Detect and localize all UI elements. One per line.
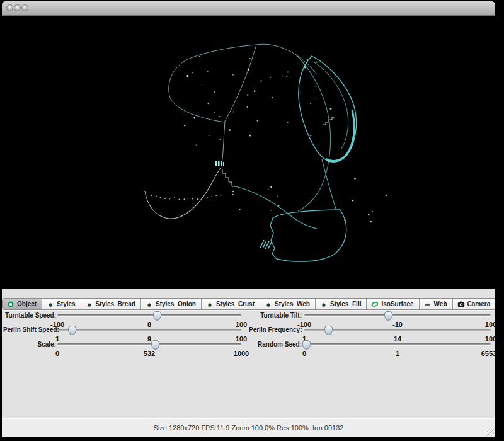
moth-icon: [424, 301, 432, 308]
tab-label: Web: [434, 301, 447, 307]
tab-label: Styles_Web: [275, 301, 310, 307]
tab-web[interactable]: Web: [420, 299, 453, 309]
random-seed-slider[interactable]: [304, 343, 491, 345]
tab-label: Styles_Bread: [96, 301, 135, 307]
current-value: 1: [396, 350, 399, 357]
camera-icon: [457, 301, 465, 308]
tab-label: Styles_Fill: [330, 301, 361, 307]
tab-camera[interactable]: Camera: [453, 299, 495, 309]
spade-icon: ♠: [265, 301, 272, 308]
max-value: 1000: [234, 350, 249, 357]
viewport[interactable]: [2, 16, 495, 289]
perlin-frequency-slider[interactable]: [304, 329, 491, 331]
app-window: Object ♠ Styles ♠ Styles_Bread ♠ Styles_…: [2, 1, 495, 437]
title-bar[interactable]: [2, 1, 495, 16]
slider-label: Perlin Frequency:: [249, 326, 302, 333]
spade-icon: ♠: [86, 301, 93, 308]
spade-icon: ♠: [47, 301, 54, 308]
current-value: 532: [144, 350, 155, 357]
tab-styles-bread[interactable]: ♠ Styles_Bread: [81, 299, 141, 309]
tab-styles-web[interactable]: ♠ Styles_Web: [260, 299, 316, 309]
ring-icon: [7, 301, 14, 308]
tab-label: Camera: [467, 301, 491, 307]
tab-styles-fill[interactable]: ♠ Styles_Fill: [316, 299, 367, 309]
zoom-button[interactable]: [21, 4, 28, 11]
turntable-tilt-slider[interactable]: [304, 314, 491, 316]
slider-label: Turntable Tilt:: [249, 312, 302, 319]
slider-row-random-seed: Random Seed:: [2, 340, 495, 348]
hatch-glyph: [260, 240, 272, 249]
tab-label: Object: [17, 301, 37, 307]
tab-label: Styles_Crust: [216, 301, 255, 307]
tab-strip: Object ♠ Styles ♠ Styles_Bread ♠ Styles_…: [2, 298, 495, 311]
spade-icon: ♠: [320, 301, 328, 308]
slider-row-perlin-frequency: Perlin Frequency:: [2, 325, 495, 334]
control-panel: Object ♠ Styles ♠ Styles_Bread ♠ Styles_…: [2, 289, 495, 437]
tab-object[interactable]: Object: [3, 299, 42, 309]
slider-thumb[interactable]: [384, 311, 392, 321]
max-value: 65535: [481, 350, 495, 357]
slider-row-turntable-tilt: Turntable Tilt:: [2, 311, 495, 319]
status-text: Size:1280x720 FPS:11.9 Zoom:100.0% Res:1…: [2, 424, 495, 432]
slider-thumb[interactable]: [302, 340, 311, 350]
slider-thumb[interactable]: [324, 326, 333, 335]
tab-styles[interactable]: ♠ Styles: [42, 299, 81, 309]
tab-label: IsoSurface: [381, 301, 413, 307]
loop-icon: [371, 301, 379, 308]
slider-values: 0 532 1000: [57, 350, 241, 358]
slider-label: Random Seed:: [249, 341, 302, 348]
resize-grip-icon[interactable]: [486, 429, 495, 437]
tab-label: Styles: [57, 301, 75, 307]
spade-icon: ♠: [206, 301, 214, 308]
tab-styles-crust[interactable]: ♠ Styles_Crust: [202, 299, 260, 309]
tab-isosurface[interactable]: IsoSurface: [367, 299, 419, 309]
min-value: 0: [55, 350, 59, 357]
status-bar: Size:1280x720 FPS:11.9 Zoom:100.0% Res:1…: [2, 418, 495, 437]
particle-render: [2, 16, 495, 289]
min-value: 0: [302, 350, 306, 357]
slider-values: 0 1 65535: [304, 350, 491, 358]
minimize-button[interactable]: [14, 4, 21, 11]
close-button[interactable]: [6, 4, 13, 11]
tab-label: Styles_Onion: [156, 301, 196, 307]
spade-icon: ♠: [146, 301, 153, 308]
tab-styles-onion[interactable]: ♠ Styles_Onion: [141, 299, 202, 309]
